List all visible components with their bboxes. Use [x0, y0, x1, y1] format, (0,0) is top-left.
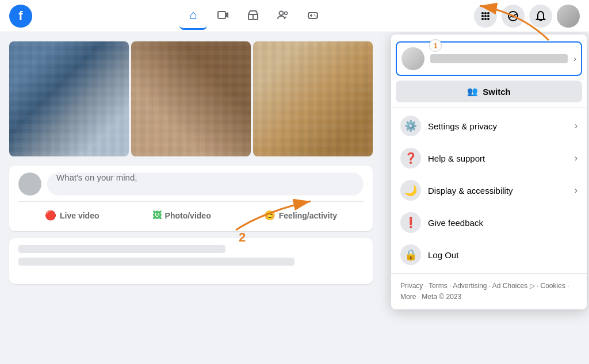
- nav-friends-button[interactable]: [269, 2, 297, 30]
- photo-strip: [9, 41, 373, 156]
- feeling-activity-button[interactable]: 😊 Feeling/activity: [257, 206, 344, 224]
- profile-menu-item[interactable]: › 1: [396, 41, 582, 76]
- top-navigation: f ⌂: [0, 0, 589, 32]
- svg-point-11: [481, 12, 484, 14]
- svg-point-4: [280, 12, 284, 16]
- photo-icon: 🖼: [152, 210, 162, 221]
- dropdown-footer: Privacy · Terms · Advertising · Ad Choic…: [391, 276, 587, 305]
- step-label-1: 1: [429, 39, 442, 52]
- svg-point-16: [487, 15, 489, 17]
- svg-point-12: [484, 12, 487, 14]
- help-support-label: Help & support: [428, 154, 568, 163]
- live-video-label: Live video: [60, 211, 99, 220]
- profile-avatar-nav[interactable]: [557, 5, 580, 28]
- feeling-icon: 😊: [264, 210, 276, 221]
- switch-icon: 👥: [467, 86, 478, 97]
- give-feedback-label: Give feedback: [428, 218, 577, 228]
- create-post-box: What's on your mind, 🔴 Live video 🖼 Phot…: [9, 166, 373, 231]
- settings-privacy-label: Settings & privacy: [428, 121, 568, 131]
- svg-point-13: [487, 12, 489, 14]
- profile-name-blurred: [430, 54, 568, 63]
- svg-rect-0: [218, 12, 225, 18]
- photo-item-1: [9, 41, 129, 156]
- footer-text: Privacy · Terms · Advertising · Ad Choic…: [400, 282, 569, 301]
- help-icon: ❓: [400, 148, 421, 168]
- notifications-button[interactable]: [529, 5, 552, 28]
- nav-gaming-button[interactable]: [299, 2, 327, 30]
- logout-item[interactable]: 🔒 Log Out: [391, 239, 587, 271]
- svg-point-20: [508, 12, 518, 21]
- post-actions-bar: 🔴 Live video 🖼 Photo/video 😊 Feeling/act…: [18, 201, 364, 224]
- grid-menu-button[interactable]: [474, 5, 497, 28]
- give-feedback-item[interactable]: ❗ Give feedback: [391, 206, 587, 239]
- logout-label: Log Out: [428, 250, 577, 260]
- right-panel: › 1 👥 Switch ⚙️ Settings & privacy › ❓ H…: [382, 32, 589, 364]
- account-dropdown-menu: › 1 👥 Switch ⚙️ Settings & privacy › ❓ H…: [391, 35, 587, 309]
- profile-avatar-small: [401, 47, 424, 70]
- svg-rect-6: [308, 13, 318, 18]
- nav-home-button[interactable]: ⌂: [179, 2, 207, 30]
- post-avatar: [18, 173, 41, 196]
- switch-account-button[interactable]: 👥 Switch: [396, 81, 582, 102]
- display-chevron-icon: ›: [575, 185, 577, 196]
- display-accessibility-label: Display & accessibility: [428, 186, 568, 196]
- svg-point-19: [487, 18, 489, 20]
- whats-on-your-mind-input[interactable]: What's on your mind,: [47, 173, 364, 196]
- settings-privacy-item[interactable]: ⚙️ Settings & privacy ›: [391, 110, 587, 142]
- svg-point-15: [484, 15, 487, 17]
- nav-video-button[interactable]: [209, 2, 237, 30]
- settings-chevron-icon: ›: [575, 121, 577, 131]
- photo-item-2: [131, 41, 251, 156]
- settings-icon: ⚙️: [400, 116, 421, 136]
- live-icon: 🔴: [45, 210, 56, 221]
- divider-1: [391, 107, 587, 108]
- feedback-icon: ❗: [400, 212, 421, 233]
- svg-point-17: [481, 18, 484, 20]
- blur-bar-1: [18, 245, 225, 253]
- logout-icon: 🔒: [400, 244, 421, 265]
- facebook-logo: f: [9, 5, 32, 28]
- svg-point-9: [314, 14, 315, 16]
- nav-marketplace-button[interactable]: [239, 2, 267, 30]
- profile-arrow-icon: ›: [573, 54, 576, 63]
- nav-icon-group: ⌂: [32, 2, 474, 30]
- blur-bar-2: [18, 258, 294, 266]
- help-chevron-icon: ›: [575, 153, 577, 163]
- display-icon: 🌙: [400, 180, 421, 201]
- display-accessibility-item[interactable]: 🌙 Display & accessibility ›: [391, 174, 587, 206]
- photo-video-label: Photo/video: [165, 211, 211, 220]
- switch-label: Switch: [483, 87, 510, 97]
- photo-item-3: [253, 41, 373, 156]
- svg-point-10: [316, 16, 317, 17]
- feed-area: What's on your mind, 🔴 Live video 🖼 Phot…: [0, 32, 382, 364]
- post-placeholder: [9, 238, 373, 284]
- feeling-activity-label: Feeling/activity: [279, 211, 337, 220]
- main-content: What's on your mind, 🔴 Live video 🖼 Phot…: [0, 32, 589, 364]
- live-video-button[interactable]: 🔴 Live video: [38, 206, 106, 224]
- messenger-button[interactable]: [502, 5, 525, 28]
- svg-point-18: [484, 18, 487, 20]
- photo-video-button[interactable]: 🖼 Photo/video: [146, 206, 218, 224]
- annotation-label-2: 2: [239, 230, 246, 245]
- svg-point-14: [481, 15, 484, 17]
- nav-right-group: [474, 5, 580, 28]
- post-input-row: What's on your mind,: [18, 173, 364, 196]
- help-support-item[interactable]: ❓ Help & support ›: [391, 142, 587, 174]
- divider-2: [391, 273, 587, 274]
- svg-point-5: [285, 12, 288, 15]
